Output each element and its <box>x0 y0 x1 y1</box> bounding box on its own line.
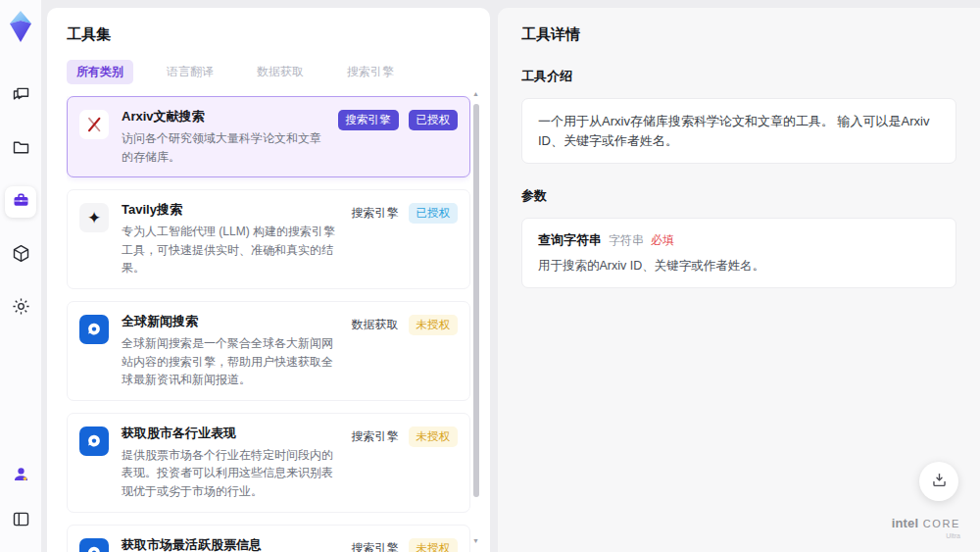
tavily-icon: ✦ <box>79 203 109 232</box>
tool-name: Tavily搜索 <box>122 201 344 219</box>
details-title: 工具详情 <box>521 25 956 44</box>
tool-name: 全球新闻搜索 <box>122 313 344 330</box>
tool-list: Arxiv文献搜索 访问各个研究领域大量科学论文和文章的存储库。 搜索引擎 已授… <box>67 96 470 552</box>
tool-description: 访问各个研究领域大量科学论文和文章的存储库。 <box>122 129 330 166</box>
category-label: 搜索引擎 <box>352 428 399 445</box>
cube-icon <box>11 243 31 268</box>
category-badge: 搜索引擎 <box>338 110 399 130</box>
tools-panel: 工具集 所有类别 语言翻译 数据获取 搜索引擎 Arxiv文献搜索 访问各个研究… <box>47 8 490 552</box>
folder-icon <box>11 137 31 162</box>
tool-list-scrollbar[interactable]: ▲ ▼ <box>471 92 481 544</box>
tab-data-fetch[interactable]: 数据获取 <box>247 60 314 84</box>
tool-row-tavily[interactable]: ✦ Tavily搜索 专为人工智能代理 (LLM) 构建的搜索引擎工具，可快速提… <box>67 189 470 289</box>
param-box: 查询字符串 字符串 必填 用于搜索的Arxiv ID、关键字或作者姓名。 <box>521 218 956 288</box>
chat-icon <box>11 84 31 109</box>
arxiv-icon <box>79 110 109 139</box>
auth-status-badge: 未授权 <box>409 427 459 447</box>
tool-description: 全球新闻搜索是一个聚合全球各大新闻网站内容的搜索引擎，帮助用户快速获取全球最新资… <box>122 334 344 389</box>
auth-status-badge: 已授权 <box>409 110 459 130</box>
param-type: 字符串 <box>609 232 644 249</box>
download-button[interactable] <box>919 462 958 501</box>
app-logo-icon[interactable] <box>6 10 35 43</box>
category-label: 搜索引擎 <box>352 540 399 552</box>
brand-intel: intel <box>892 516 919 530</box>
tool-name: Arxiv文献搜索 <box>122 108 330 125</box>
param-description: 用于搜索的Arxiv ID、关键字或作者姓名。 <box>538 258 940 275</box>
page-title: 工具集 <box>67 25 490 44</box>
news-app-icon <box>79 315 109 344</box>
tool-row-arxiv[interactable]: Arxiv文献搜索 访问各个研究领域大量科学论文和文章的存储库。 搜索引擎 已授… <box>67 96 470 177</box>
params-heading: 参数 <box>521 187 956 205</box>
user-avatar-button[interactable] <box>5 460 36 491</box>
download-icon <box>930 471 949 493</box>
intro-box: 一个用于从Arxiv存储库搜索科学论文和文章的工具。 输入可以是Arxiv ID… <box>521 98 956 164</box>
auth-status-badge: 未授权 <box>409 315 459 335</box>
tab-translation[interactable]: 语言翻译 <box>157 60 223 84</box>
news-app-icon <box>79 538 109 552</box>
scroll-down-icon[interactable]: ▼ <box>472 537 479 544</box>
tool-name: 获取股市各行业表现 <box>122 425 344 442</box>
sidebar-item-toolbox[interactable] <box>5 186 36 218</box>
brand-ultra: Ultra <box>892 532 960 540</box>
gear-icon <box>11 296 31 321</box>
category-tabs: 所有类别 语言翻译 数据获取 搜索引擎 <box>67 60 490 84</box>
sidebar-item-settings[interactable] <box>5 292 36 324</box>
tool-row-most-active-stocks[interactable]: 获取市场最活跃股票信息 提供当天交易量最高的股票列表，投资者可以利用这些信息来识… <box>67 525 470 552</box>
panel-toggle-icon <box>11 509 31 533</box>
tool-row-global-news[interactable]: 全球新闻搜索 全球新闻搜索是一个聚合全球各大新闻网站内容的搜索引擎，帮助用户快速… <box>67 301 470 401</box>
tool-name: 获取市场最活跃股票信息 <box>122 536 344 552</box>
news-app-icon <box>79 427 109 456</box>
intel-core-logo: intel CORE Ultra <box>892 514 960 540</box>
rail-nav <box>5 80 36 324</box>
category-label: 数据获取 <box>352 317 399 333</box>
briefcase-icon <box>11 190 31 215</box>
app-rail <box>0 0 41 552</box>
tool-description: 专为人工智能代理 (LLM) 构建的搜索引擎工具，可快速提供实时、准确和真实的结… <box>122 223 344 277</box>
collapse-panel-button[interactable] <box>5 505 36 536</box>
auth-status-badge: 未授权 <box>409 538 459 552</box>
brand-core: CORE <box>923 518 960 529</box>
tool-description: 提供股票市场各个行业在特定时间段内的表现。投资者可以利用这些信息来识别表现优于或… <box>122 446 344 501</box>
sidebar-item-packages[interactable] <box>5 239 36 271</box>
tab-search-engine[interactable]: 搜索引擎 <box>337 60 404 84</box>
param-required-flag: 必填 <box>651 232 674 249</box>
rail-bottom <box>0 460 41 536</box>
tool-row-sector-performance[interactable]: 获取股市各行业表现 提供股票市场各个行业在特定时间段内的表现。投资者可以利用这些… <box>67 413 470 513</box>
scroll-up-icon[interactable]: ▲ <box>472 90 479 97</box>
intro-heading: 工具介绍 <box>521 68 956 85</box>
category-label: 搜索引擎 <box>352 205 399 222</box>
intro-text: 一个用于从Arxiv存储库搜索科学论文和文章的工具。 输入可以是Arxiv ID… <box>538 112 940 150</box>
sidebar-item-files[interactable] <box>5 133 36 165</box>
sidebar-item-chat[interactable] <box>5 80 36 112</box>
user-icon <box>11 464 31 488</box>
tab-all-categories[interactable]: 所有类别 <box>67 60 133 84</box>
auth-status-badge: 已授权 <box>409 203 459 224</box>
tool-details-panel: 工具详情 工具介绍 一个用于从Arxiv存储库搜索科学论文和文章的工具。 输入可… <box>498 8 980 552</box>
scrollbar-thumb[interactable] <box>473 104 479 497</box>
param-name: 查询字符串 <box>538 231 602 249</box>
